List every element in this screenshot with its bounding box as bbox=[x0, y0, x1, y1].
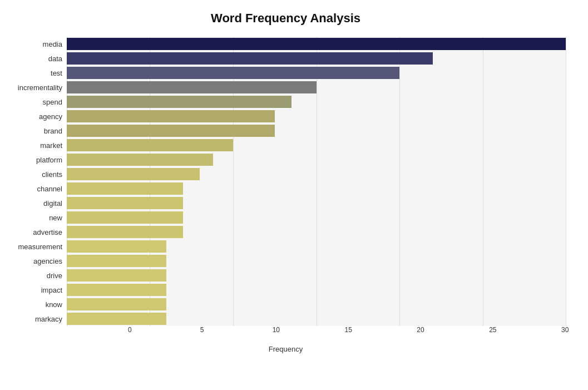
bar bbox=[67, 240, 166, 253]
bar bbox=[67, 168, 200, 180]
x-tick: 10 bbox=[273, 326, 280, 334]
y-label: media bbox=[43, 41, 62, 48]
bar-row bbox=[67, 66, 566, 80]
y-label: platform bbox=[36, 156, 62, 164]
y-label: advertise bbox=[33, 229, 62, 236]
bar bbox=[67, 182, 183, 195]
y-label: agency bbox=[39, 113, 62, 120]
y-label: drive bbox=[47, 272, 62, 279]
y-label: digital bbox=[43, 200, 62, 207]
x-tick: 0 bbox=[128, 326, 132, 334]
bar-row bbox=[67, 181, 566, 196]
bar-row bbox=[67, 283, 566, 297]
bar-row bbox=[67, 297, 566, 312]
bar-row bbox=[67, 167, 566, 181]
bar bbox=[67, 284, 166, 296]
bar bbox=[67, 81, 317, 93]
bars-wrapper bbox=[67, 37, 566, 326]
bar-row bbox=[67, 51, 566, 66]
bar bbox=[67, 313, 166, 325]
bar bbox=[67, 139, 233, 151]
chart-title: Word Frequency Analysis bbox=[6, 11, 566, 26]
bar-row bbox=[67, 152, 566, 167]
bar-row bbox=[67, 124, 566, 138]
y-label: brand bbox=[44, 127, 62, 135]
y-label: channel bbox=[37, 185, 62, 192]
bars-section: mediadatatestincrementalityspendagencybr… bbox=[6, 37, 566, 326]
y-label: markacy bbox=[35, 315, 62, 323]
y-label: test bbox=[51, 70, 62, 77]
y-label: market bbox=[40, 142, 62, 149]
bar-row bbox=[67, 312, 566, 326]
bar-row bbox=[67, 196, 566, 210]
chart-area: mediadatatestincrementalityspendagencybr… bbox=[6, 37, 566, 338]
bar bbox=[67, 96, 291, 108]
y-label: new bbox=[49, 214, 62, 221]
x-tick: 15 bbox=[345, 326, 352, 334]
bar-row bbox=[67, 254, 566, 268]
bar bbox=[67, 298, 166, 310]
y-label: clients bbox=[42, 171, 62, 178]
bar bbox=[67, 38, 566, 50]
bar bbox=[67, 110, 275, 122]
x-axis-label: Frequency bbox=[6, 345, 566, 353]
x-tick: 25 bbox=[489, 326, 496, 334]
y-label: impact bbox=[41, 287, 62, 294]
y-labels: mediadatatestincrementalityspendagencybr… bbox=[6, 37, 67, 326]
bar-row bbox=[67, 109, 566, 124]
bar bbox=[67, 52, 433, 65]
bar bbox=[67, 154, 213, 166]
bar-row bbox=[67, 268, 566, 283]
bar bbox=[67, 125, 275, 137]
bar-row bbox=[67, 80, 566, 95]
bar-row bbox=[67, 239, 566, 254]
bar-row bbox=[67, 138, 566, 152]
x-tick: 5 bbox=[200, 326, 204, 334]
chart-container: Word Frequency Analysis mediadatatestinc… bbox=[0, 0, 588, 390]
x-axis-wrapper: 051015202530 bbox=[132, 326, 566, 343]
y-label: know bbox=[46, 301, 62, 308]
bar bbox=[67, 269, 166, 282]
bar bbox=[67, 67, 399, 79]
bar-row bbox=[67, 210, 566, 225]
bar-row bbox=[67, 37, 566, 51]
bar bbox=[67, 211, 183, 224]
bar bbox=[67, 197, 183, 209]
y-label: measurement bbox=[18, 243, 62, 250]
x-tick: 20 bbox=[417, 326, 424, 334]
y-label: incrementality bbox=[18, 84, 62, 91]
bar bbox=[67, 255, 166, 267]
grid-line bbox=[566, 37, 566, 326]
bar-row bbox=[67, 95, 566, 109]
y-label: agencies bbox=[33, 258, 62, 265]
x-tick: 30 bbox=[561, 326, 569, 334]
bar bbox=[67, 226, 183, 238]
bar-row bbox=[67, 225, 566, 239]
y-label: spend bbox=[43, 98, 62, 106]
y-label: data bbox=[48, 55, 62, 62]
